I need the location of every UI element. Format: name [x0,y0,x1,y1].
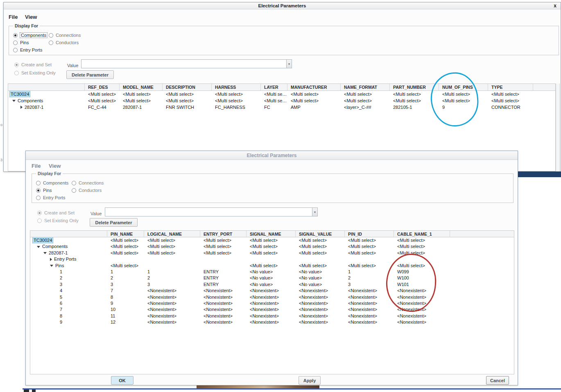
radio-components[interactable] [13,33,18,38]
tree-expanded-icon[interactable] [43,252,47,254]
cell[interactable]: <Multi select> [488,97,533,104]
radio-connections[interactable] [72,181,76,185]
cell[interactable]: <Nonexistent> [247,306,296,313]
cell[interactable]: FC_C-44 [85,104,120,110]
cell[interactable]: <Nonexistent> [144,300,200,306]
cell[interactable]: ENTRY [200,282,247,288]
cell[interactable]: <Multi select> [120,91,163,97]
cell[interactable]: <Multi select> [261,91,287,97]
delete-parameter-button[interactable]: Delete Parameter [66,70,114,79]
apply-button[interactable]: Apply [299,376,321,385]
cell[interactable]: <Nonexistent> [296,313,345,319]
cell[interactable]: 1 [107,269,144,275]
tree-node-label[interactable]: TC30024 [10,91,30,97]
radio-label-components[interactable]: Components [43,180,68,185]
cell[interactable] [247,256,296,262]
cell[interactable] [144,263,200,269]
cell[interactable]: <No value> [296,275,345,281]
cell[interactable]: ENTRY [200,269,247,275]
tree-node-label[interactable]: Pins [55,263,64,269]
cell[interactable]: <Multi select> [163,91,212,97]
cell[interactable] [144,256,200,262]
radio-label-entry-ports[interactable]: Entry Ports [20,47,42,52]
cell[interactable]: <Multi select> [247,243,296,250]
cell[interactable]: <Multi select> [296,237,345,243]
column-header[interactable]: TYPE [488,84,533,90]
cell[interactable]: <Multi select> [296,250,345,256]
radio-pins[interactable] [36,188,41,193]
cell[interactable]: <Multi select> [287,97,341,104]
cell[interactable]: 2 [144,275,200,281]
cell[interactable]: <Multi select> [341,97,390,104]
menu-file[interactable]: File [32,163,41,169]
cell[interactable]: <layer>_C-## [341,104,390,110]
cell[interactable]: <Multi select> [85,91,120,97]
cell[interactable]: <Multi select> [120,97,163,104]
column-header[interactable]: SIGNAL_NAME [247,231,296,237]
cell[interactable]: <No value> [296,269,345,275]
radio-connections[interactable] [49,33,53,38]
cell[interactable]: <Nonexistent> [200,294,247,300]
cell[interactable]: AMP [287,104,341,110]
tree-node-label[interactable]: 8 [60,313,62,319]
radio-conductors[interactable] [49,41,53,45]
cell[interactable]: <Multi select> [247,237,296,243]
column-header[interactable]: PIN_NAME [107,231,144,237]
cell[interactable]: <Multi select> [394,243,450,250]
cell[interactable]: <Multi select> [107,237,144,243]
radio-pins[interactable] [13,41,18,45]
cell[interactable]: <Multi select> [212,97,261,104]
radio-label-conductors[interactable]: Conductors [56,40,79,45]
cell[interactable]: <Nonexistent> [144,288,200,294]
cell[interactable]: <Nonexistent> [247,313,296,319]
cell[interactable]: <Multi select> [345,243,394,250]
cell[interactable]: 8 [107,294,144,300]
window-titlebar[interactable]: Electrical Parameters x [4,2,561,9]
cancel-button[interactable]: Cancel [486,376,509,385]
cell[interactable]: <Multi select> [85,97,120,104]
cell[interactable]: <Multi select> [200,243,247,250]
cell[interactable]: <Nonexistent> [296,300,345,306]
cell[interactable]: <Multi select> [200,250,247,256]
cell[interactable]: CONNECTOR [488,104,533,110]
radio-label-pins[interactable]: Pins [43,188,52,193]
cell[interactable]: <Nonexistent> [247,294,296,300]
radio-components[interactable] [36,181,41,185]
cell[interactable]: ENTRY [200,275,247,281]
taskbar-icon[interactable] [24,390,29,392]
cell[interactable]: <Nonexistent> [144,319,200,325]
close-icon[interactable]: x [554,2,556,9]
tree-collapsed-icon[interactable] [50,258,52,261]
taskbar-icon[interactable] [32,390,36,392]
tree-collapsed-icon[interactable] [20,106,23,109]
cell[interactable] [107,256,144,262]
cell[interactable]: <Nonexistent> [345,313,394,319]
cell[interactable]: <Multi select> [247,263,296,269]
column-header[interactable]: CABLE_NAME_1 [394,231,450,237]
tree-node-label[interactable]: 9 [60,319,62,325]
cell[interactable]: <Nonexistent> [200,306,247,313]
column-header[interactable]: MODEL_NAME [120,84,163,90]
cell[interactable]: <Nonexistent> [200,300,247,306]
cell[interactable]: <No value> [296,282,345,288]
cell[interactable]: <Multi select> [394,237,450,243]
value-input[interactable] [105,207,312,216]
cell[interactable]: FC [261,104,287,110]
column-header[interactable]: LAYER [261,84,287,90]
cell[interactable]: <No value> [247,282,296,288]
cell[interactable]: <Multi select> [296,243,345,250]
column-header[interactable]: HARNESS [212,84,261,90]
menu-view[interactable]: View [49,163,61,169]
cell[interactable]: <Multi select> [144,237,200,243]
cell[interactable]: <Multi select> [107,263,144,269]
cell[interactable]: <Nonexistent> [144,306,200,313]
cell[interactable]: <Multi select> [345,250,394,256]
cell[interactable]: <No value> [247,269,296,275]
cell[interactable]: FC_HARNESS [212,104,261,110]
cell[interactable]: 10 [107,306,144,313]
cell[interactable]: <Nonexistent> [200,288,247,294]
tree-expanded-icon[interactable] [12,100,16,102]
cell[interactable]: <Multi select> [247,250,296,256]
cell[interactable]: <Nonexistent> [247,319,296,325]
column-header[interactable]: SIGNAL_VALUE [296,231,345,237]
